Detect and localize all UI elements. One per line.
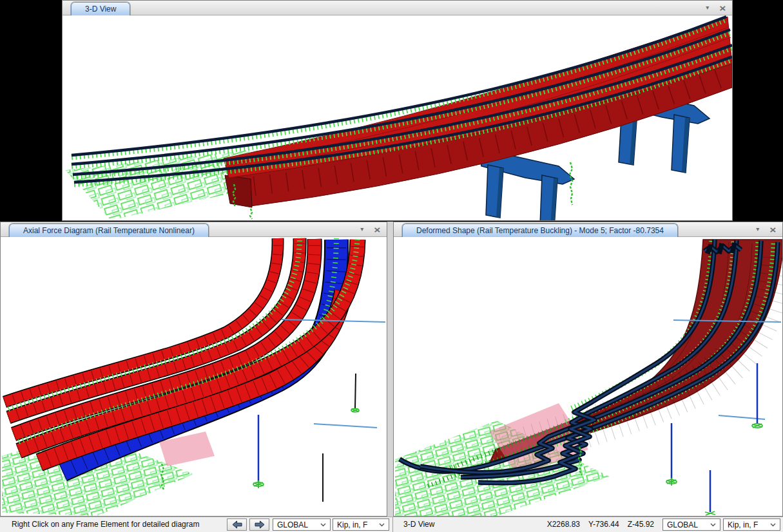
- coordinate-system-select-right[interactable]: GLOBAL: [662, 518, 720, 531]
- status-hint-text: Right Click on any Frame Element for det…: [12, 520, 199, 529]
- deformed-shape-graphic: [394, 237, 782, 516]
- viewport-axial-force[interactable]: [1, 237, 387, 516]
- window-deformed-shape: Deformed Shape (Rail Temperature Bucklin…: [393, 222, 783, 517]
- chevron-down-icon: [320, 523, 326, 527]
- window-close-icon[interactable]: ×: [720, 3, 726, 13]
- left-arrow-icon: [231, 520, 243, 529]
- bridge-model-graphic: [63, 15, 732, 220]
- chevron-down-icon: [770, 523, 776, 527]
- force-ribbons: [5, 237, 358, 470]
- window-close-icon[interactable]: ×: [374, 225, 381, 234]
- right-arrow-icon: [254, 520, 266, 529]
- axial-force-graphic: [1, 237, 387, 516]
- titlebar-3d-view: 3-D View ▾ ×: [63, 1, 732, 15]
- tab-deformed-shape-label: Deformed Shape (Rail Temperature Bucklin…: [416, 226, 664, 235]
- tab-3d-view-label: 3-D View: [85, 5, 116, 14]
- coordinate-system-value: GLOBAL: [277, 520, 316, 529]
- window-menu-icon[interactable]: ▾: [706, 5, 709, 11]
- window-controls: ▾ ×: [360, 222, 380, 236]
- window-divider: [387, 222, 393, 517]
- status-right-section: 3-D View X2268.83 Y-736.44 Z-45.92 GLOBA…: [392, 517, 783, 532]
- cursor-z: Z-45.92: [628, 520, 654, 529]
- window-menu-icon[interactable]: ▾: [360, 226, 363, 233]
- units-select-left[interactable]: Kip, in, F: [333, 518, 389, 531]
- window-menu-icon[interactable]: ▾: [756, 226, 759, 233]
- coordinate-system-value: GLOBAL: [667, 520, 706, 529]
- window-axial-force: Axial Force Diagram (Rail Temperature No…: [0, 222, 387, 517]
- window-3d-view: 3-D View ▾ ×: [62, 0, 733, 221]
- window-close-icon[interactable]: ×: [770, 225, 777, 234]
- next-case-button[interactable]: [249, 518, 269, 531]
- coordinate-system-select-left[interactable]: GLOBAL: [273, 518, 331, 531]
- chevron-down-icon: [379, 523, 385, 527]
- tab-axial-force[interactable]: Axial Force Diagram (Rail Temperature No…: [9, 223, 209, 237]
- units-value: Kip, in, F: [728, 520, 766, 529]
- tab-deformed-shape[interactable]: Deformed Shape (Rail Temperature Bucklin…: [402, 223, 678, 237]
- status-bar: Right Click on any Frame Element for det…: [0, 517, 783, 532]
- viewport-deformed-shape[interactable]: [394, 237, 782, 516]
- bridge-deck: [224, 17, 732, 207]
- viewport-3d-view[interactable]: [63, 15, 732, 220]
- status-left-section: Right Click on any Frame Element for det…: [0, 517, 392, 532]
- cursor-x: X2268.83: [547, 520, 580, 529]
- units-select-right[interactable]: Kip, in, F: [723, 518, 780, 531]
- window-controls: ▾ ×: [756, 222, 776, 236]
- previous-case-button[interactable]: [227, 518, 247, 531]
- tab-3d-view[interactable]: 3-D View: [71, 2, 130, 15]
- cursor-coordinates: X2268.83 Y-736.44 Z-45.92: [547, 520, 654, 529]
- active-view-label: 3-D View: [403, 520, 434, 529]
- chevron-down-icon: [710, 523, 716, 527]
- support-markers: [579, 424, 762, 515]
- tab-axial-force-label: Axial Force Diagram (Rail Temperature No…: [23, 226, 195, 235]
- window-controls: ▾ ×: [706, 1, 726, 15]
- application-root: 3-D View ▾ ×: [0, 0, 783, 532]
- cursor-y: Y-736.44: [588, 520, 619, 529]
- units-value: Kip, in, F: [337, 520, 375, 529]
- titlebar-axial-force: Axial Force Diagram (Rail Temperature No…: [1, 222, 387, 237]
- titlebar-deformed-shape: Deformed Shape (Rail Temperature Bucklin…: [394, 222, 782, 237]
